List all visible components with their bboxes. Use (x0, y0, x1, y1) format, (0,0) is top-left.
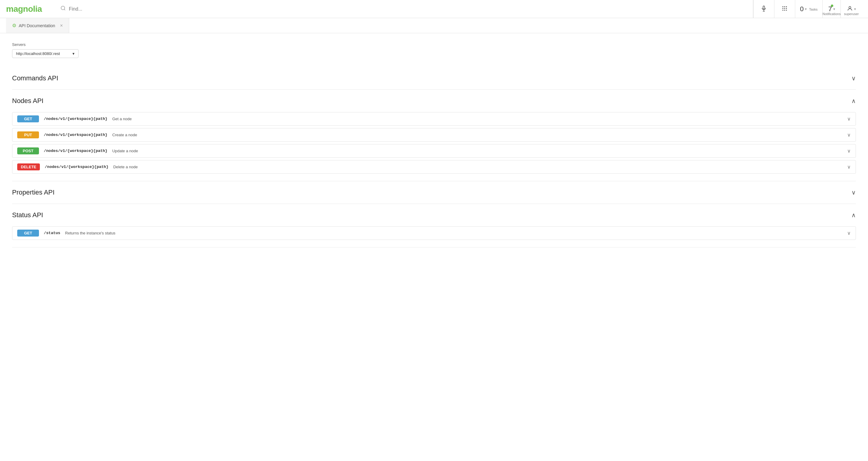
endpoint-path: /nodes/v1/{workspace}{path} (44, 149, 107, 153)
api-section-chevron-icon-commands: ∨ (851, 74, 856, 82)
user-label: superuser (844, 12, 859, 16)
endpoint-description: Update a node (112, 149, 847, 153)
svg-line-1 (64, 9, 65, 10)
topbar-actions: 0 ▾ Tasks 7 ▾ Notifications ▾ superuser (753, 0, 862, 18)
servers-value: http://localhost:8080/.rest (16, 51, 60, 56)
api-section-title-nodes: Nodes API (12, 97, 43, 105)
logo-text: magnolia (6, 4, 42, 14)
api-section-header-status[interactable]: Status API ∧ (12, 204, 856, 226)
endpoint-description: Returns the instance's status (65, 231, 847, 235)
svg-point-7 (786, 6, 787, 7)
servers-section: Servers http://localhost:8080/.rest ▾ (12, 42, 856, 58)
apps-button[interactable] (774, 0, 795, 18)
notifications-label: Notifications (823, 12, 841, 16)
api-documentation-tab[interactable]: ⚙ API Documentation × (6, 18, 69, 33)
servers-chevron-icon: ▾ (72, 51, 74, 56)
api-section-header-commands[interactable]: Commands API ∨ (12, 67, 856, 89)
api-sections: Commands API ∨ Nodes API ∧ GET /nodes/v1… (12, 67, 856, 247)
notifications-button[interactable]: 7 ▾ Notifications (823, 0, 840, 18)
tasks-label: Tasks (809, 7, 817, 11)
endpoint-path: /status (44, 231, 60, 235)
endpoints-nodes: GET /nodes/v1/{workspace}{path} Get a no… (12, 112, 856, 181)
endpoint-chevron-icon: ∨ (847, 230, 851, 236)
microphone-icon (761, 5, 767, 12)
method-badge-delete: DELETE (17, 163, 40, 171)
api-section-properties: Properties API ∨ (12, 181, 856, 204)
api-section-chevron-icon-status: ∧ (851, 212, 856, 219)
endpoint-chevron-icon: ∨ (847, 148, 851, 154)
api-section-nodes: Nodes API ∧ GET /nodes/v1/{workspace}{pa… (12, 90, 856, 181)
api-section-title-status: Status API (12, 211, 43, 219)
logo: magnolia (6, 4, 54, 14)
svg-point-13 (786, 10, 787, 10)
api-section-title-properties: Properties API (12, 188, 55, 196)
svg-point-10 (786, 8, 787, 9)
endpoint-path: /nodes/v1/{workspace}{path} (44, 133, 107, 137)
notification-dot (831, 4, 833, 7)
svg-point-11 (782, 10, 783, 10)
tasks-chevron-icon: ▾ (805, 7, 807, 11)
api-section-title-commands: Commands API (12, 74, 58, 82)
svg-rect-2 (763, 6, 765, 9)
user-button[interactable]: ▾ superuser (840, 0, 862, 18)
tabbar: ⚙ API Documentation × (0, 18, 868, 33)
endpoint-path: /nodes/v1/{workspace}{path} (45, 165, 108, 169)
endpoint-row[interactable]: PUT /nodes/v1/{workspace}{path} Create a… (12, 128, 856, 142)
main-content: Servers http://localhost:8080/.rest ▾ Co… (0, 33, 868, 461)
svg-point-5 (782, 6, 783, 7)
search-input[interactable] (69, 6, 747, 12)
microphone-button[interactable] (753, 0, 774, 18)
endpoint-path: /nodes/v1/{workspace}{path} (44, 117, 107, 121)
method-badge-get: GET (17, 115, 39, 122)
api-section-header-properties[interactable]: Properties API ∨ (12, 181, 856, 204)
endpoint-chevron-icon: ∨ (847, 164, 851, 170)
svg-point-0 (61, 6, 65, 10)
tab-gear-icon: ⚙ (12, 23, 16, 28)
topbar: magnolia (0, 0, 868, 18)
method-badge-get: GET (17, 229, 39, 237)
tasks-count: 0 (800, 6, 804, 12)
api-section-header-nodes[interactable]: Nodes API ∧ (12, 90, 856, 112)
user-chevron-icon: ▾ (854, 7, 856, 11)
endpoint-description: Get a node (112, 117, 847, 121)
user-icon (847, 5, 853, 12)
api-section-commands: Commands API ∨ (12, 67, 856, 90)
method-badge-put: PUT (17, 131, 39, 139)
servers-select[interactable]: http://localhost:8080/.rest ▾ (12, 49, 79, 58)
endpoint-row[interactable]: GET /nodes/v1/{workspace}{path} Get a no… (12, 112, 856, 126)
endpoint-description: Create a node (112, 133, 847, 137)
endpoint-row[interactable]: DELETE /nodes/v1/{workspace}{path} Delet… (12, 160, 856, 174)
endpoint-chevron-icon: ∨ (847, 116, 851, 122)
notifications-chevron-icon: ▾ (833, 7, 835, 11)
svg-point-14 (849, 6, 851, 8)
servers-label: Servers (12, 42, 856, 47)
search-area[interactable] (54, 0, 753, 18)
svg-point-12 (784, 10, 785, 10)
endpoints-status: GET /status Returns the instance's statu… (12, 226, 856, 247)
svg-point-6 (784, 6, 785, 7)
api-section-chevron-icon-properties: ∨ (851, 189, 856, 196)
search-icon (60, 5, 66, 12)
endpoint-description: Delete a node (113, 165, 847, 169)
method-badge-post: POST (17, 147, 39, 154)
svg-point-9 (784, 8, 785, 9)
api-section-chevron-icon-nodes: ∧ (851, 97, 856, 104)
grid-icon (782, 5, 788, 12)
endpoint-chevron-icon: ∨ (847, 132, 851, 138)
svg-point-8 (782, 8, 783, 9)
endpoint-row[interactable]: GET /status Returns the instance's statu… (12, 226, 856, 240)
tab-label: API Documentation (19, 23, 55, 28)
api-section-status: Status API ∧ GET /status Returns the ins… (12, 204, 856, 247)
endpoint-row[interactable]: POST /nodes/v1/{workspace}{path} Update … (12, 144, 856, 158)
tab-close-button[interactable]: × (60, 23, 63, 28)
tasks-button[interactable]: 0 ▾ Tasks (795, 0, 823, 18)
